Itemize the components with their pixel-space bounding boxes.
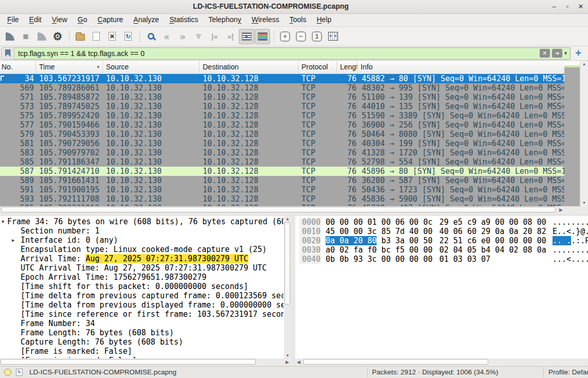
cell-proto[interactable]: TCP (298, 74, 337, 83)
ascii-bytes[interactable]: ........ )....... (553, 218, 588, 227)
cell-info[interactable]: 51100 → 139 [SYN] Seq=0 Win=64240 Len=0 … (358, 93, 564, 102)
cell-len[interactable]: 76 (337, 93, 358, 102)
cell-proto[interactable]: TCP (298, 111, 337, 120)
cell-time[interactable]: 105.791661431 (36, 176, 103, 185)
menu-go[interactable]: Go (73, 14, 93, 26)
cell-time[interactable]: 105.790453393 (36, 130, 103, 139)
details-line[interactable]: Epoch Arrival Time: 1756279651.987300279 (0, 273, 283, 282)
details-line[interactable]: Arrival Time: Aug 27, 2025 07:27:31.9873… (0, 254, 283, 263)
cell-no[interactable]: 589 (0, 176, 36, 185)
packet-row-573[interactable]: 573105.78974502510.10.32.13010.10.32.128… (0, 102, 564, 111)
packet-list-hscrollbar[interactable]: ▶ (0, 206, 564, 213)
cell-dst[interactable]: 10.10.32.128 (200, 167, 298, 176)
cell-info[interactable]: 44010 → 135 [SYN] Seq=0 Win=64240 Len=0 … (358, 102, 564, 111)
cell-len[interactable]: 76 (337, 120, 358, 130)
cell-proto[interactable]: TCP (298, 176, 337, 185)
cell-no[interactable]: 585 (0, 157, 36, 167)
cell-no[interactable]: 581 (0, 139, 36, 148)
packet-row-581[interactable]: 581105.79072905610.10.32.13010.10.32.128… (0, 139, 564, 148)
ascii-bytes[interactable]: E..<.}@. @.`).. . (553, 227, 588, 236)
cell-time[interactable]: 105.789485872 (36, 93, 103, 102)
capture-filename[interactable]: LD-ICS-FUELSTATION-COMPROMISE.pcapng (29, 368, 176, 376)
cell-no[interactable]: 587 (0, 167, 36, 176)
cell-no[interactable]: 593 (0, 194, 36, 204)
cell-time[interactable]: 105.790729056 (36, 139, 103, 148)
cell-dst[interactable]: 10.10.32.128 (200, 157, 298, 167)
expander-open-icon[interactable]: ▼ (2, 217, 4, 226)
packet-row-583[interactable]: 583105.79097970210.10.32.13010.10.32.128… (0, 148, 564, 157)
details-line[interactable]: [Time shift for this packet: 0.000000000… (0, 282, 283, 291)
selected-ascii[interactable]: .. . (553, 236, 571, 245)
cell-dst[interactable]: 10.10.32.128 (200, 176, 298, 185)
expert-info-icon[interactable] (4, 369, 11, 376)
details-line[interactable]: [Time delta from previous displayed fram… (0, 300, 283, 310)
maximize-button[interactable]: ▫ (562, 1, 573, 11)
packet-row-571[interactable]: 571105.78948587210.10.32.13010.10.32.128… (0, 93, 564, 102)
open-file-button[interactable] (73, 29, 88, 44)
close-button[interactable]: ✕ (576, 1, 586, 11)
cell-proto[interactable]: TCP (298, 148, 337, 157)
column-header-source[interactable]: Source (103, 61, 200, 74)
scroll-right-icon[interactable]: ▶ (559, 207, 563, 212)
details-line[interactable]: Frame Number: 34 (0, 319, 283, 328)
cell-info[interactable]: 36900 → 256 [SYN] Seq=0 Win=64240 Len=0 … (358, 120, 564, 130)
go-back-button[interactable]: « (159, 29, 174, 44)
hscroll-thumb[interactable] (303, 359, 488, 365)
scroll-down-icon[interactable]: ▼ (580, 201, 588, 205)
zoom-in-button[interactable]: + (277, 29, 293, 44)
menu-wireless[interactable]: Wireless (246, 14, 284, 26)
capture-options-button[interactable]: ⚙ (50, 29, 65, 44)
minimize-button[interactable]: – (549, 1, 559, 11)
hex-bytes[interactable]: 40 06 60 29 0a 0a 20 82 (439, 227, 546, 236)
column-header-time[interactable]: Time▼ (36, 61, 103, 74)
details-line[interactable]: Frame Length: 76 bytes (608 bits) (0, 328, 283, 337)
details-line[interactable]: Section number: 1 (0, 226, 283, 236)
zoom-original-button[interactable]: 1 (309, 29, 325, 44)
cell-info[interactable]: 45836 → 5900 [SYN] Seq=0 Win=64240 Len=0… (358, 194, 564, 204)
hex-bytes[interactable]: 0b 0b 93 3c 00 00 00 00 (326, 255, 433, 264)
cell-len[interactable]: 76 (337, 194, 358, 204)
cell-no[interactable]: 575 (0, 111, 36, 120)
cell-time[interactable]: 105.790979702 (36, 148, 103, 157)
cell-no[interactable]: 583 (0, 148, 36, 157)
cell-time[interactable]: 105.791900195 (36, 185, 103, 194)
hex-bytes[interactable]: 02 04 05 b4 04 02 08 0a (439, 245, 546, 255)
cell-len[interactable]: 76 (337, 176, 358, 185)
filter-dropdown-button[interactable]: ▾ (564, 50, 567, 57)
menu-capture[interactable]: Capture (93, 14, 129, 26)
hex-bytes[interactable]: 01 03 03 07 (439, 255, 546, 264)
filter-add-button[interactable]: + (571, 47, 586, 59)
reload-file-button[interactable]: ↻ (120, 29, 136, 44)
vscroll-thumb[interactable] (284, 222, 290, 304)
cell-dst[interactable]: 10.10.32.128 (200, 194, 298, 204)
hscroll-thumb[interactable] (1, 207, 556, 212)
cell-info[interactable]: 48302 → 995 [SYN] Seq=0 Win=64240 Len=0 … (358, 83, 564, 93)
packet-row-589[interactable]: 589105.79166143110.10.32.13010.10.32.128… (0, 176, 564, 185)
cell-dst[interactable]: 10.10.32.128 (200, 130, 298, 139)
scroll-down-icon[interactable]: ▼ (284, 353, 291, 358)
bytes-hscrollbar[interactable]: ◀ (295, 358, 588, 366)
display-filter-input[interactable]: tcp.flags.syn == 1 && tcp.flags.ack == 0… (14, 47, 571, 60)
details-line[interactable]: [Time delta from previous captured frame… (0, 291, 283, 300)
close-file-button[interactable]: ✕ (104, 29, 120, 44)
packet-row-577[interactable]: 577105.79015946610.10.32.13010.10.32.128… (0, 120, 564, 130)
cell-proto[interactable]: TCP (298, 120, 337, 130)
cell-info[interactable]: 50436 → 1723 [SYN] Seq=0 Win=64240 Len=0… (358, 185, 564, 194)
cell-len[interactable]: 76 (337, 102, 358, 111)
packet-row-591[interactable]: 591105.79190019510.10.32.13010.10.32.128… (0, 185, 564, 194)
packet-row-593[interactable]: 593105.79211170810.10.32.13010.10.32.128… (0, 194, 564, 204)
title-bar[interactable]: LD-ICS-FUELSTATION-COMPROMISE.pcapng – ▫… (0, 0, 588, 14)
packet-row-587[interactable]: 587105.79142471010.10.32.13010.10.32.128… (0, 167, 564, 176)
cell-proto[interactable]: TCP (298, 185, 337, 194)
cell-dst[interactable]: 10.10.32.128 (200, 93, 298, 102)
cell-src[interactable]: 10.10.32.130 (103, 130, 200, 139)
restart-capture-button[interactable] (34, 29, 49, 44)
cell-info[interactable]: 45896 → 80 [SYN] Seq=0 Win=64240 Len=0 M… (358, 167, 564, 176)
details-line[interactable]: ▶Interface id: 0 (any) (0, 236, 283, 245)
details-line[interactable]: ▼Frame 34: 76 bytes on wire (608 bits), … (0, 217, 283, 226)
cell-src[interactable]: 10.10.32.130 (103, 167, 200, 176)
go-last-button[interactable]: »| (223, 29, 238, 44)
hex-bytes[interactable]: 00 00 00 01 00 06 00 0c (326, 218, 433, 227)
hex-row-0000[interactable]: 000000 00 00 01 00 06 00 0c29 e5 c9 a9 0… (299, 218, 588, 227)
cell-proto[interactable]: TCP (298, 130, 337, 139)
